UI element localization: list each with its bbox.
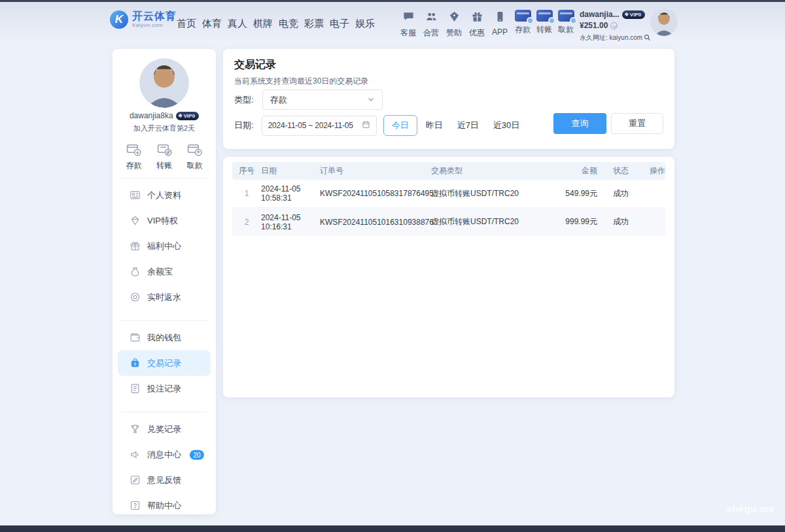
quicklink-promo[interactable]: 优惠 bbox=[468, 10, 485, 39]
user-info[interactable]: dawanjia... ◆VIP0 ¥251.00 永久网址: kaiyun.c… bbox=[580, 10, 650, 44]
nav-item-slots[interactable]: 电子 bbox=[328, 18, 351, 30]
wallet-icon bbox=[130, 332, 141, 343]
sponsor-badge-icon bbox=[448, 10, 461, 25]
query-button[interactable]: 查询 bbox=[553, 113, 606, 134]
sidebar-item-bets[interactable]: 投注记录 bbox=[113, 376, 216, 401]
range-button-30days[interactable]: 近30日 bbox=[487, 115, 525, 136]
reset-button[interactable]: 重置 bbox=[611, 113, 663, 134]
sidebar-item-yuebao[interactable]: 余额宝 bbox=[113, 259, 216, 284]
balance-toggle-icon[interactable] bbox=[610, 22, 618, 29]
quicklink-support[interactable]: 客服 bbox=[400, 10, 417, 39]
transfer-button[interactable]: 转账 bbox=[535, 10, 553, 35]
sidebar-item-vip[interactable]: VIP特权 bbox=[113, 208, 216, 233]
permanent-url: 永久网址: kaiyun.com bbox=[580, 33, 642, 42]
calendar-icon[interactable] bbox=[362, 120, 370, 131]
sidebar-group-account: 个人资料 VIP特权 福利中心 余额宝 实时返水 bbox=[113, 178, 216, 314]
gift-icon bbox=[130, 241, 141, 252]
sidebar-item-messages[interactable]: 消息中心 20 bbox=[113, 442, 216, 467]
transactions-table-card: 序号 日期 订单号 交易类型 金额 状态 操作 1 2024-11-0510:5… bbox=[223, 157, 674, 397]
nav-item-live[interactable]: 真人 bbox=[226, 18, 249, 30]
sidebar-item-profile[interactable]: 个人资料 bbox=[113, 182, 216, 208]
transfer-badge-icon bbox=[548, 17, 555, 24]
cell-order-no: KWSF202411051058317876495 bbox=[320, 189, 431, 198]
brand-name: 开云体育 bbox=[132, 11, 177, 22]
sidebar-item-feedback[interactable]: 意见反馈 bbox=[113, 467, 216, 493]
table-row: 2 2024-11-0510:16:31 KWSF202411051016310… bbox=[232, 208, 665, 236]
range-button-yesterday[interactable]: 昨日 bbox=[420, 115, 449, 136]
header-quick-links: 客服 合营 赞助 优惠 APP bbox=[400, 10, 508, 39]
range-button-7days[interactable]: 近7日 bbox=[451, 115, 485, 136]
cell-status: 成功 bbox=[597, 216, 643, 227]
transaction-bag-icon bbox=[130, 357, 141, 369]
cell-amount: 549.99元 bbox=[542, 188, 597, 199]
sidebar-item-prizes[interactable]: 兑奖记录 bbox=[113, 416, 216, 442]
sidebar-vip-badge: ◆VIP0 bbox=[176, 112, 200, 120]
sidebar-username: dawanjia8ka bbox=[130, 111, 173, 120]
quicklink-affiliate[interactable]: 合营 bbox=[423, 10, 440, 39]
sidebar-quick-actions: 存款 转账 取款 bbox=[113, 141, 216, 171]
cell-no: 1 bbox=[232, 189, 261, 198]
page-subtitle: 当前系统支持查询最近30日的交易记录 bbox=[234, 76, 368, 87]
phone-icon bbox=[494, 10, 506, 25]
sidebar-item-welfare[interactable]: 福利中心 bbox=[113, 233, 216, 259]
type-select[interactable]: 存款 bbox=[262, 90, 383, 110]
nav-item-esports[interactable]: 电竞 bbox=[277, 18, 300, 30]
withdraw-button[interactable]: 取款 bbox=[557, 10, 575, 35]
sidebar-item-rebate[interactable]: 实时返水 bbox=[113, 284, 216, 310]
col-header-type: 交易类型 bbox=[431, 165, 542, 176]
transfer-outline-icon bbox=[156, 141, 173, 158]
quicklink-sponsor[interactable]: 赞助 bbox=[445, 10, 462, 39]
rebate-icon bbox=[130, 291, 141, 303]
header-wallet-actions: 存款 转账 取款 bbox=[514, 10, 575, 35]
nav-item-home[interactable]: 首页 bbox=[175, 18, 198, 30]
feedback-icon bbox=[130, 474, 141, 486]
balance-amount: ¥251.00 bbox=[580, 21, 608, 30]
cell-date: 2024-11-0510:58:31 bbox=[261, 184, 320, 203]
sidebar-item-transactions[interactable]: 交易记录 bbox=[118, 350, 211, 376]
transfer-card-icon bbox=[536, 10, 553, 22]
main-nav: 首页 体育 真人 棋牌 电竞 彩票 电子 娱乐 bbox=[175, 18, 376, 30]
megaphone-icon bbox=[130, 449, 141, 460]
nav-item-lottery[interactable]: 彩票 bbox=[303, 18, 325, 30]
sidebar-avatar[interactable] bbox=[139, 58, 189, 108]
vip-badge: ◆VIP0 bbox=[622, 10, 646, 19]
avatar[interactable] bbox=[650, 8, 678, 36]
vip-gem-icon: ◆ bbox=[625, 12, 629, 17]
nav-item-entertainment[interactable]: 娱乐 bbox=[354, 18, 376, 30]
sidebar-group-wallet: 我的钱包 交易记录 投注记录 bbox=[113, 321, 216, 405]
sidebar-deposit-button[interactable]: 存款 bbox=[126, 141, 142, 171]
date-range-input[interactable]: 2024-11-05 ~ 2024-11-05 bbox=[262, 116, 377, 136]
chat-icon bbox=[402, 10, 415, 25]
sidebar-item-help[interactable]: 帮助中心 bbox=[113, 493, 216, 518]
nav-item-sports[interactable]: 体育 bbox=[201, 18, 223, 30]
range-button-today[interactable]: 今日 bbox=[383, 115, 417, 136]
type-label: 类型: bbox=[234, 94, 254, 106]
cell-no: 2 bbox=[232, 218, 261, 227]
sidebar-group-misc: 兑奖记录 消息中心 20 意见反馈 帮助中心 bbox=[113, 412, 216, 522]
logo-mark-icon: K bbox=[110, 10, 128, 29]
watermark: shequ.me bbox=[726, 503, 775, 514]
search-icon[interactable] bbox=[644, 32, 651, 44]
page: K 开云体育 Kaiyun.com 首页 体育 真人 棋牌 电竞 彩票 电子 娱… bbox=[0, 0, 785, 532]
nav-item-chess[interactable]: 棋牌 bbox=[252, 18, 274, 30]
vip-gem-icon: ◆ bbox=[179, 113, 183, 118]
withdraw-badge-icon bbox=[570, 17, 577, 24]
table-row: 1 2024-11-0510:58:31 KWSF202411051058317… bbox=[232, 180, 665, 208]
deposit-badge-icon bbox=[527, 17, 534, 24]
quicklink-app[interactable]: APP bbox=[491, 10, 508, 39]
deposit-outline-icon bbox=[126, 141, 142, 158]
sidebar-transfer-button[interactable]: 转账 bbox=[156, 141, 173, 171]
cell-status: 成功 bbox=[597, 188, 643, 199]
type-select-value: 存款 bbox=[270, 94, 287, 106]
page-title: 交易记录 bbox=[234, 58, 276, 72]
sidebar-item-wallet[interactable]: 我的钱包 bbox=[113, 325, 216, 350]
username: dawanjia... bbox=[580, 10, 619, 19]
sidebar: dawanjia8ka ◆VIP0 加入开云体育第2天 存款 转账 取款 个人资… bbox=[113, 49, 216, 514]
brand-logo[interactable]: K 开云体育 Kaiyun.com bbox=[110, 10, 177, 29]
col-header-amount: 金额 bbox=[542, 165, 597, 176]
sidebar-withdraw-button[interactable]: 取款 bbox=[186, 141, 203, 171]
filter-card: 交易记录 当前系统支持查询最近30日的交易记录 类型: 存款 日期: 2024-… bbox=[223, 49, 674, 149]
bottom-strip bbox=[0, 525, 785, 532]
gem-icon bbox=[130, 215, 141, 226]
deposit-button[interactable]: 存款 bbox=[514, 10, 532, 35]
